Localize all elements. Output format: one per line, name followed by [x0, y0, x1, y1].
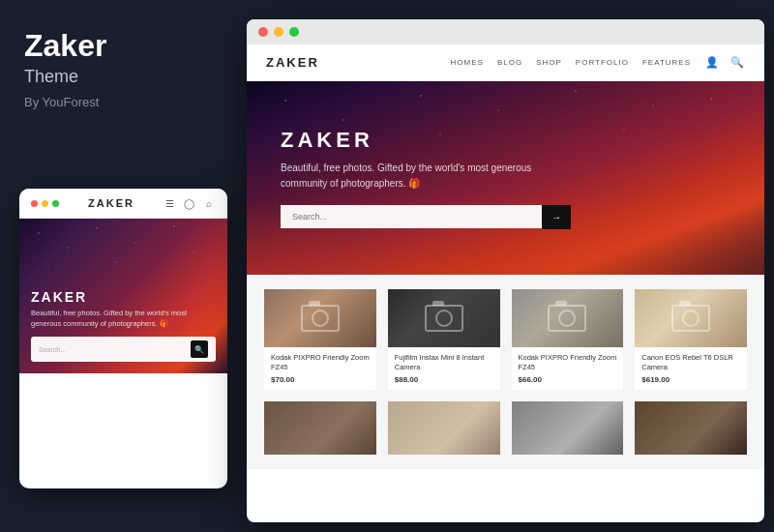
camera-icon-4 [671, 305, 710, 332]
product-card-4[interactable]: Canon EOS Rebel T6 DSLR Camera $619.00 [635, 289, 747, 390]
product-image-4 [635, 289, 747, 347]
product-card-3[interactable]: Kodak PIXPRO Friendly Zoom FZ45 $66.00 [512, 289, 624, 390]
desktop-nav-icons: 👤 🔍 [704, 55, 745, 71]
search-icon[interactable]: ⌕ [202, 196, 216, 210]
mobile-dot-yellow [42, 200, 48, 207]
product-info-4: Canon EOS Rebel T6 DSLR Camera $619.00 [635, 347, 747, 390]
desktop-hero-text: Beautiful, free photos. Gifted by the wo… [281, 161, 551, 192]
products-grid-row1: Kodak PIXPRO Friendly Zoom FZ45 $70.00 F… [264, 289, 747, 390]
desktop-preview-card: ZAKER HOMES BLOG SHOP PORTFOLIO FEATURES… [247, 19, 764, 522]
product-image-2 [388, 289, 500, 347]
product-card-7[interactable] [512, 401, 624, 455]
nav-link-shop[interactable]: SHOP [536, 58, 562, 67]
desktop-hero-title: ZAKER [281, 128, 730, 153]
camera-icon-2 [425, 305, 463, 332]
mobile-hero: ZAKER Beautiful, free photos. Gifted by … [19, 219, 227, 373]
desktop-dot-yellow [274, 27, 283, 37]
product-image-1 [264, 289, 376, 347]
product-info-1: Kodak PIXPRO Friendly Zoom FZ45 $70.00 [264, 347, 376, 390]
product-image-7 [512, 401, 624, 455]
product-name-3: Kodak PIXPRO Friendly Zoom FZ45 [519, 353, 617, 372]
product-card-6[interactable] [388, 401, 500, 455]
product-price-3: $66.00 [519, 375, 617, 384]
user-icon[interactable]: 👤 [704, 55, 720, 71]
product-info-3: Kodak PIXPRO Friendly Zoom FZ45 $66.00 [512, 347, 624, 390]
mobile-titlebar: ZAKER ☰ ◯ ⌕ [19, 189, 227, 219]
mobile-search-input[interactable]: Search... [39, 346, 191, 353]
desktop-search-input[interactable] [281, 205, 542, 228]
mobile-hero-text: Beautiful, free photos. Gifted by the wo… [31, 309, 216, 329]
desktop-hero: ZAKER Beautiful, free photos. Gifted by … [247, 81, 764, 275]
search-icon[interactable]: 🔍 [729, 55, 745, 71]
mobile-nav-icons: ☰ ◯ ⌕ [164, 196, 216, 210]
desktop-nav-logo: ZAKER [266, 55, 319, 70]
nav-link-homes[interactable]: HOMES [451, 58, 484, 67]
product-price-2: $88.00 [395, 375, 493, 384]
product-name-2: Fujifilm Instax Mini 8 Instant Camera [395, 353, 493, 372]
camera-icon-3 [548, 305, 586, 332]
mobile-preview-card: ZAKER ☰ ◯ ⌕ ZAKER Beautiful, free photos… [19, 189, 227, 488]
theme-by: By YouForest [24, 95, 99, 109]
nav-link-features[interactable]: FEATURES [642, 58, 691, 67]
desktop-nav-links: HOMES BLOG SHOP PORTFOLIO FEATURES [451, 58, 691, 67]
products-section: Kodak PIXPRO Friendly Zoom FZ45 $70.00 F… [247, 275, 764, 469]
desktop-search-button[interactable]: → [542, 205, 571, 229]
product-card-2[interactable]: Fujifilm Instax Mini 8 Instant Camera $8… [388, 289, 500, 390]
product-name-4: Canon EOS Rebel T6 DSLR Camera [641, 353, 740, 372]
camera-icon-1 [301, 305, 340, 332]
hamburger-icon[interactable]: ☰ [164, 196, 177, 210]
desktop-search[interactable]: → [281, 205, 571, 229]
product-card-1[interactable]: Kodak PIXPRO Friendly Zoom FZ45 $70.00 [264, 289, 376, 390]
product-image-5 [264, 401, 376, 455]
mobile-traffic-lights [31, 200, 59, 207]
theme-title: Zaker [24, 29, 106, 63]
product-image-8 [635, 401, 747, 455]
mobile-search-button[interactable]: 🔍 [191, 340, 208, 358]
product-image-6 [388, 401, 500, 455]
nav-link-blog[interactable]: BLOG [497, 58, 522, 67]
mobile-logo: ZAKER [88, 197, 134, 209]
nav-link-portfolio[interactable]: PORTFOLIO [576, 58, 629, 67]
product-name-1: Kodak PIXPRO Friendly Zoom FZ45 [271, 353, 370, 372]
desktop-titlebar [247, 19, 764, 44]
desktop-dot-green [289, 27, 299, 37]
mobile-dot-green [52, 200, 59, 207]
theme-subtitle: Theme [24, 67, 78, 87]
mobile-hero-title: ZAKER [31, 289, 216, 305]
products-grid-row2 [264, 401, 747, 455]
desktop-dot-red [258, 27, 268, 37]
product-image-3 [512, 289, 624, 347]
mobile-dot-red [31, 200, 38, 207]
user-icon[interactable]: ◯ [183, 196, 196, 210]
mobile-search-bar[interactable]: Search... 🔍 [31, 337, 216, 362]
product-card-5[interactable] [264, 401, 376, 455]
product-price-1: $70.00 [271, 375, 370, 384]
product-card-8[interactable] [635, 401, 747, 455]
product-info-2: Fujifilm Instax Mini 8 Instant Camera $8… [388, 347, 500, 390]
product-price-4: $619.00 [641, 375, 740, 384]
desktop-nav: ZAKER HOMES BLOG SHOP PORTFOLIO FEATURES… [247, 44, 764, 81]
